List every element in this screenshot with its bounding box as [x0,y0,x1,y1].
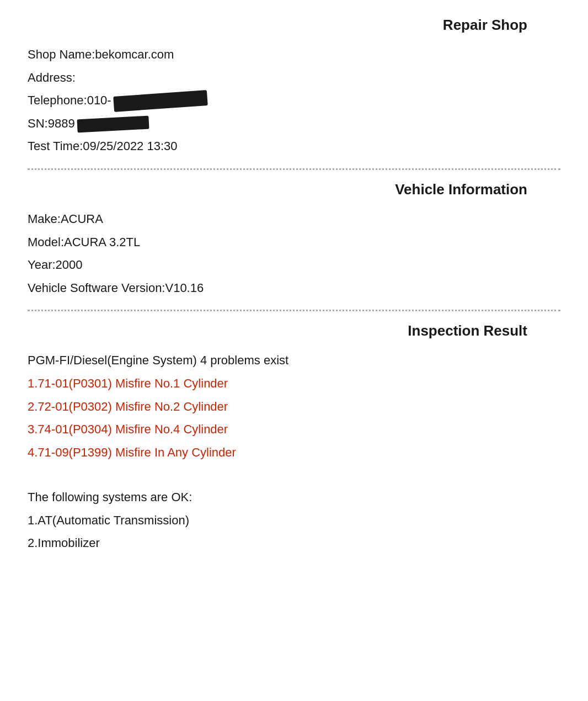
vehicle-software-version: Vehicle Software Version:V10.16 [28,277,560,299]
problem-4: 4.71-09(P1399) Misfire In Any Cylinder [28,442,560,464]
vehicle-information-title: Vehicle Information [28,181,560,198]
vehicle-make: Make:ACURA [28,208,560,230]
shop-test-time: Test Time:09/25/2022 13:30 [28,135,560,157]
repair-shop-section: Repair Shop Shop Name:bekomcar.com Addre… [28,17,560,157]
inspection-system-label: PGM-FI/Diesel(Engine System) 4 problems … [28,349,560,371]
ok-system-2: 2.Immobilizer [28,532,560,554]
problem-1: 1.71-01(P0301) Misfire No.1 Cylinder [28,373,560,395]
vehicle-year: Year:2000 [28,254,560,276]
vehicle-information-section: Vehicle Information Make:ACURA Model:ACU… [28,181,560,299]
repair-shop-content: Shop Name:bekomcar.com Address: Telephon… [28,44,560,157]
telephone-redacted [113,90,208,112]
vehicle-information-content: Make:ACURA Model:ACURA 3.2TL Year:2000 V… [28,208,560,299]
repair-shop-title: Repair Shop [28,17,560,34]
inspection-result-section: Inspection Result PGM-FI/Diesel(Engine S… [28,322,560,554]
sn-redacted [77,116,149,133]
vehicle-model: Model:ACURA 3.2TL [28,231,560,253]
shop-telephone: Telephone:010- [28,89,560,111]
shop-address: Address: [28,67,560,89]
divider-1 [28,168,560,170]
divider-2 [28,310,560,311]
ok-systems-label: The following systems are OK: [28,486,560,508]
inspection-result-content: PGM-FI/Diesel(Engine System) 4 problems … [28,349,560,554]
inspection-result-title: Inspection Result [28,322,560,339]
problem-2: 2.72-01(P0302) Misfire No.2 Cylinder [28,396,560,418]
shop-name: Shop Name:bekomcar.com [28,44,560,66]
shop-sn: SN:9889 [28,113,560,135]
problem-3: 3.74-01(P0304) Misfire No.4 Cylinder [28,418,560,440]
ok-system-1: 1.AT(Automatic Transmission) [28,509,560,532]
